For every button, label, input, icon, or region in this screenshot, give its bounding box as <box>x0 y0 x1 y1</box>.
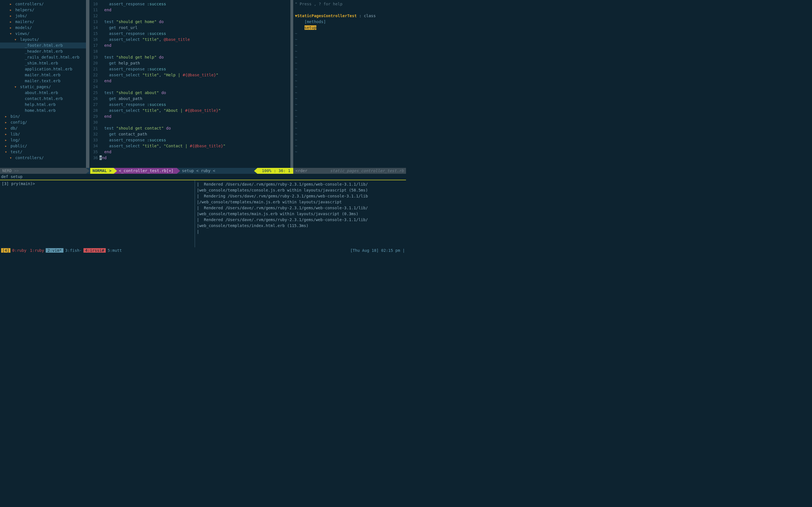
status-mode-segment: NORMAL > <box>90 168 114 174</box>
tagbar-hint: " Press , ? for help <box>295 1 406 7</box>
line-number: 24 <box>89 84 100 90</box>
tagbar-empty: ~ <box>295 43 406 48</box>
code-line[interactable]: test "should get home" do <box>100 19 290 25</box>
line-number: 34 <box>89 143 100 149</box>
log-line: |web_console/templates/main.js.erb withi… <box>197 211 404 217</box>
code-line[interactable]: end <box>100 149 290 155</box>
tree-folder[interactable]: ▾ controllers/ <box>0 155 86 161</box>
split-border[interactable] <box>290 0 293 168</box>
line-number: 35 <box>89 149 100 155</box>
line-number-gutter: 1011121314151617181920212223242526272829… <box>89 0 100 168</box>
line-number: 22 <box>89 72 100 78</box>
tree-folder[interactable]: ▸ bin/ <box>0 114 86 119</box>
code-line[interactable] <box>100 84 290 90</box>
tagbar-empty: ~ <box>295 125 406 131</box>
tmux-window[interactable]: 1:ruby <box>28 248 46 252</box>
tree-folder[interactable]: ▸ helpers/ <box>0 7 86 13</box>
tagbar-empty: ~ <box>295 37 406 43</box>
code-line[interactable]: assert_select "title", "Contact | #{@bas… <box>100 143 290 149</box>
line-number: 12 <box>89 13 100 19</box>
tree-file[interactable]: contact.html.erb <box>0 96 86 102</box>
tagbar-empty: ~ <box>295 149 406 155</box>
tagbar-panel[interactable]: " Press , ? for help ▼StaticPagesControl… <box>293 0 406 168</box>
code-line[interactable] <box>100 48 290 54</box>
tmux-statusbar[interactable]: [4]0:ruby1:ruby2:vim*3:fish-4:irssi#5:mu… <box>0 247 406 253</box>
tree-folder[interactable]: ▸ log/ <box>0 137 86 143</box>
tagbar-empty: ~ <box>295 54 406 60</box>
code-line[interactable]: end <box>100 7 290 13</box>
status-tagbar-segment: <rder static_pages_controller_test.rb <box>293 168 406 174</box>
code-line[interactable]: assert_response :success <box>100 1 290 7</box>
tree-folder[interactable]: ▸ models/ <box>0 25 86 31</box>
code-line[interactable]: end <box>100 114 290 119</box>
tree-file[interactable]: _rails_default.html.erb <box>0 54 86 60</box>
tmux-window[interactable]: 4:irssi# <box>84 248 106 252</box>
code-line[interactable]: assert_response :success <box>100 137 290 143</box>
code-line[interactable]: assert_response :success <box>100 102 290 108</box>
code-line[interactable]: get help_path <box>100 60 290 66</box>
tree-folder[interactable]: ▾ layouts/ <box>0 37 86 43</box>
tree-folder[interactable]: ▸ public/ <box>0 143 86 149</box>
tree-file[interactable]: _footer.html.erb <box>0 43 86 48</box>
status-file-segment: <_controller_test.rb[+] <box>114 168 177 174</box>
code-line[interactable]: end <box>100 155 290 161</box>
rails-log-pane[interactable]: | Rendered /Users/dave/.rvm/gems/ruby-2.… <box>195 180 406 247</box>
tmux-session[interactable]: [4] <box>1 248 10 252</box>
tmux-window[interactable]: 3:fish- <box>63 248 84 252</box>
tmux-window[interactable]: 5:mutt <box>106 248 123 252</box>
code-line[interactable]: end <box>100 78 290 84</box>
log-line: | Rendering /Users/dave/.rvm/gems/ruby-2… <box>197 193 404 199</box>
tree-folder[interactable]: ▾ views/ <box>0 31 86 37</box>
code-line[interactable]: get root_url <box>100 25 290 31</box>
code-line[interactable]: get about_path <box>100 96 290 102</box>
tree-folder[interactable]: ▸ jobs/ <box>0 13 86 19</box>
tree-folder[interactable]: ▸ config/ <box>0 119 86 125</box>
tagbar-class[interactable]: ▼StaticPagesControllerTest : class <box>295 13 406 19</box>
line-number: 26 <box>89 96 100 102</box>
code-line[interactable]: test "should get help" do <box>100 54 290 60</box>
tree-folder[interactable]: ▸ mailers/ <box>0 19 86 25</box>
line-number: 11 <box>89 7 100 13</box>
line-number: 18 <box>89 48 100 54</box>
code-content[interactable]: assert_response :success end test "shoul… <box>100 0 290 168</box>
code-line[interactable]: test "should get contact" do <box>100 125 290 131</box>
code-editor[interactable]: 1011121314151617181920212223242526272829… <box>89 0 290 168</box>
tmux-window[interactable]: 2:vim* <box>46 248 63 252</box>
tree-file[interactable]: home.html.erb <box>0 108 86 114</box>
code-line[interactable]: end <box>100 43 290 48</box>
split-border[interactable] <box>86 0 89 168</box>
tree-folder[interactable]: ▸ controllers/ <box>0 1 86 7</box>
tree-file[interactable]: help.html.erb <box>0 102 86 108</box>
tree-file[interactable]: application.html.erb <box>0 66 86 72</box>
tree-file[interactable]: mailer.text.erb <box>0 78 86 84</box>
tree-folder[interactable]: ▸ lib/ <box>0 131 86 137</box>
tagbar-empty: ~ <box>295 119 406 125</box>
tree-file[interactable]: _header.html.erb <box>0 48 86 54</box>
vim-cmdline[interactable]: def setup <box>0 174 406 180</box>
code-line[interactable]: assert_select "title", "About | #{@base_… <box>100 108 290 114</box>
code-line[interactable] <box>100 119 290 125</box>
code-line[interactable] <box>100 13 290 19</box>
line-number: 32 <box>89 131 100 137</box>
line-number: 20 <box>89 60 100 66</box>
tree-file[interactable]: _shim.html.erb <box>0 60 86 66</box>
code-line[interactable]: get contact_path <box>100 131 290 137</box>
tree-folder[interactable]: ▸ db/ <box>0 125 86 131</box>
tree-folder[interactable]: ▾ test/ <box>0 149 86 155</box>
nerdtree-panel[interactable]: ▸ controllers/ ▸ helpers/ ▸ jobs/ ▸ mail… <box>0 0 86 168</box>
tmux-clock: [Thu Aug 18] 02:15 pm | <box>350 248 405 252</box>
tmux-window[interactable]: 0:ruby <box>10 248 28 252</box>
code-line[interactable]: assert_select "title", @base_title <box>100 37 290 43</box>
log-line: |/web_console/templates/main.js.erb with… <box>197 199 404 205</box>
tagbar-method-selected[interactable]: setup <box>295 25 406 31</box>
code-line[interactable]: test "should get about" do <box>100 90 290 96</box>
code-line[interactable]: assert_response :success <box>100 66 290 72</box>
code-line[interactable]: assert_select "title", "Help | #{@base_t… <box>100 72 290 78</box>
pry-pane[interactable]: [3] pry(main)> <box>0 180 195 247</box>
tree-folder[interactable]: ▾ static_pages/ <box>0 84 86 90</box>
tagbar-methods[interactable]: [methods] <box>295 19 406 25</box>
code-line[interactable]: assert_response :success <box>100 31 290 37</box>
tree-file[interactable]: about.html.erb <box>0 90 86 96</box>
tree-file[interactable]: mailer.html.erb <box>0 72 86 78</box>
line-number: 14 <box>89 25 100 31</box>
